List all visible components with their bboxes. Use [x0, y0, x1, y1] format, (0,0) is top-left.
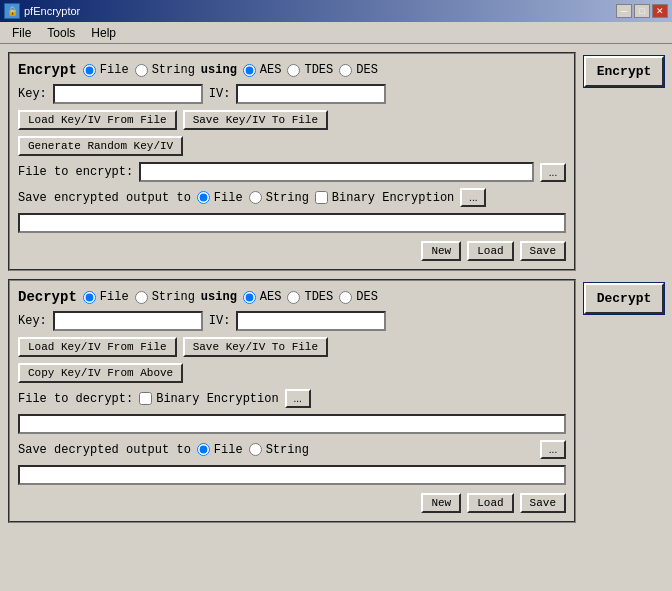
- decrypt-des-label[interactable]: DES: [356, 290, 378, 304]
- decrypt-iv-input[interactable]: [236, 311, 386, 331]
- decrypt-copy-button[interactable]: Copy Key/IV From Above: [18, 363, 183, 383]
- decrypt-des-radio-group: DES: [339, 290, 378, 304]
- decrypt-out-string-radio[interactable]: [249, 443, 262, 456]
- decrypt-output-browse-button[interactable]: ...: [540, 440, 566, 459]
- encrypt-panel: Encrypt File String using AES TDES: [8, 52, 576, 271]
- encrypt-file-to-encrypt-label: File to encrypt:: [18, 165, 133, 179]
- decrypt-key-input[interactable]: [53, 311, 203, 331]
- encrypt-out-file-radio[interactable]: [197, 191, 210, 204]
- decrypt-tdes-radio[interactable]: [287, 291, 300, 304]
- decrypt-new-button[interactable]: New: [421, 493, 461, 513]
- decrypt-save-output-label: Save decrypted output to: [18, 443, 191, 457]
- decrypt-des-radio[interactable]: [339, 291, 352, 304]
- decrypt-load-button[interactable]: Load: [467, 493, 513, 513]
- encrypt-string-radio-group: String: [135, 63, 195, 77]
- decrypt-out-file-label[interactable]: File: [214, 443, 243, 457]
- encrypt-out-string-radio[interactable]: [249, 191, 262, 204]
- encrypt-des-label[interactable]: DES: [356, 63, 378, 77]
- encrypt-aes-label[interactable]: AES: [260, 63, 282, 77]
- encrypt-output-field-row: [18, 213, 566, 233]
- decrypt-iv-label: IV:: [209, 314, 231, 328]
- decrypt-bottom-buttons: New Load Save: [18, 493, 566, 513]
- encrypt-file-radio[interactable]: [83, 64, 96, 77]
- decrypt-save-button[interactable]: Save: [520, 493, 566, 513]
- encrypt-save-button[interactable]: Save: [520, 241, 566, 261]
- decrypt-action-panel: Decrypt: [584, 279, 664, 523]
- encrypt-output-input[interactable]: [18, 213, 566, 233]
- decrypt-out-file-radio[interactable]: [197, 443, 210, 456]
- decrypt-output-field-row: [18, 465, 566, 485]
- menu-file[interactable]: File: [4, 24, 39, 42]
- encrypt-tdes-radio[interactable]: [287, 64, 300, 77]
- encrypt-tdes-label[interactable]: TDES: [304, 63, 333, 77]
- decrypt-out-file-radio-group: File: [197, 443, 243, 457]
- decrypt-aes-label[interactable]: AES: [260, 290, 282, 304]
- encrypt-file-row: File to encrypt: ...: [18, 162, 566, 182]
- menu-help[interactable]: Help: [83, 24, 124, 42]
- decrypt-save-key-button[interactable]: Save Key/IV To File: [183, 337, 328, 357]
- encrypt-binary-label[interactable]: Binary Encryption: [332, 191, 454, 205]
- app-icon: 🔒: [4, 3, 20, 19]
- encrypt-out-file-label[interactable]: File: [214, 191, 243, 205]
- decrypt-using-label: using: [201, 290, 237, 304]
- encrypt-key-buttons-row: Load Key/IV From File Save Key/IV To Fil…: [18, 110, 566, 130]
- encrypt-key-input[interactable]: [53, 84, 203, 104]
- encrypt-generate-button[interactable]: Generate Random Key/IV: [18, 136, 183, 156]
- decrypt-browse-button[interactable]: ...: [285, 389, 311, 408]
- decrypt-file-input[interactable]: [18, 414, 566, 434]
- decrypt-load-key-button[interactable]: Load Key/IV From File: [18, 337, 177, 357]
- decrypt-panel: Decrypt File String using AES TDES: [8, 279, 576, 523]
- encrypt-load-button[interactable]: Load: [467, 241, 513, 261]
- decrypt-binary-checkbox[interactable]: [139, 392, 152, 405]
- decrypt-string-label[interactable]: String: [152, 290, 195, 304]
- encrypt-output-row: Save encrypted output to File String Bin…: [18, 188, 566, 207]
- encrypt-new-button[interactable]: New: [421, 241, 461, 261]
- decrypt-key-buttons-row: Load Key/IV From File Save Key/IV To Fil…: [18, 337, 566, 357]
- maximize-button[interactable]: □: [634, 4, 650, 18]
- encrypt-string-radio[interactable]: [135, 64, 148, 77]
- decrypt-tdes-label[interactable]: TDES: [304, 290, 333, 304]
- encrypt-action-button[interactable]: Encrypt: [584, 56, 664, 87]
- encrypt-aes-radio-group: AES: [243, 63, 282, 77]
- encrypt-section: Encrypt File String using AES TDES: [8, 52, 664, 271]
- decrypt-out-string-radio-group: String: [249, 443, 309, 457]
- decrypt-output-input[interactable]: [18, 465, 566, 485]
- encrypt-save-output-label: Save encrypted output to: [18, 191, 191, 205]
- encrypt-out-file-radio-group: File: [197, 191, 243, 205]
- encrypt-load-key-button[interactable]: Load Key/IV From File: [18, 110, 177, 130]
- decrypt-aes-radio[interactable]: [243, 291, 256, 304]
- encrypt-tdes-radio-group: TDES: [287, 63, 333, 77]
- decrypt-binary-label[interactable]: Binary Encryption: [156, 392, 278, 406]
- encrypt-out-string-label[interactable]: String: [266, 191, 309, 205]
- decrypt-binary-checkbox-group: Binary Encryption: [139, 392, 278, 406]
- decrypt-key-label: Key:: [18, 314, 47, 328]
- decrypt-string-radio-group: String: [135, 290, 195, 304]
- encrypt-key-label: Key:: [18, 87, 47, 101]
- encrypt-key-row: Key: IV:: [18, 84, 566, 104]
- encrypt-iv-input[interactable]: [236, 84, 386, 104]
- menu-tools[interactable]: Tools: [39, 24, 83, 42]
- encrypt-des-radio[interactable]: [339, 64, 352, 77]
- encrypt-aes-radio[interactable]: [243, 64, 256, 77]
- encrypt-output-browse-button[interactable]: ...: [460, 188, 486, 207]
- decrypt-header-row: Decrypt File String using AES TDES: [18, 289, 566, 305]
- encrypt-file-label[interactable]: File: [100, 63, 129, 77]
- encrypt-browse-button[interactable]: ...: [540, 163, 566, 182]
- decrypt-file-radio[interactable]: [83, 291, 96, 304]
- decrypt-file-radio-group: File: [83, 290, 129, 304]
- encrypt-action-panel: Encrypt: [584, 52, 664, 271]
- encrypt-des-radio-group: DES: [339, 63, 378, 77]
- close-button[interactable]: ✕: [652, 4, 668, 18]
- decrypt-action-button[interactable]: Decrypt: [584, 283, 664, 314]
- encrypt-using-label: using: [201, 63, 237, 77]
- encrypt-save-key-button[interactable]: Save Key/IV To File: [183, 110, 328, 130]
- minimize-button[interactable]: ─: [616, 4, 632, 18]
- encrypt-binary-checkbox[interactable]: [315, 191, 328, 204]
- decrypt-out-string-label[interactable]: String: [266, 443, 309, 457]
- encrypt-file-input[interactable]: [139, 162, 534, 182]
- encrypt-string-label[interactable]: String: [152, 63, 195, 77]
- decrypt-string-radio[interactable]: [135, 291, 148, 304]
- decrypt-file-label[interactable]: File: [100, 290, 129, 304]
- decrypt-key-row: Key: IV:: [18, 311, 566, 331]
- encrypt-iv-label: IV:: [209, 87, 231, 101]
